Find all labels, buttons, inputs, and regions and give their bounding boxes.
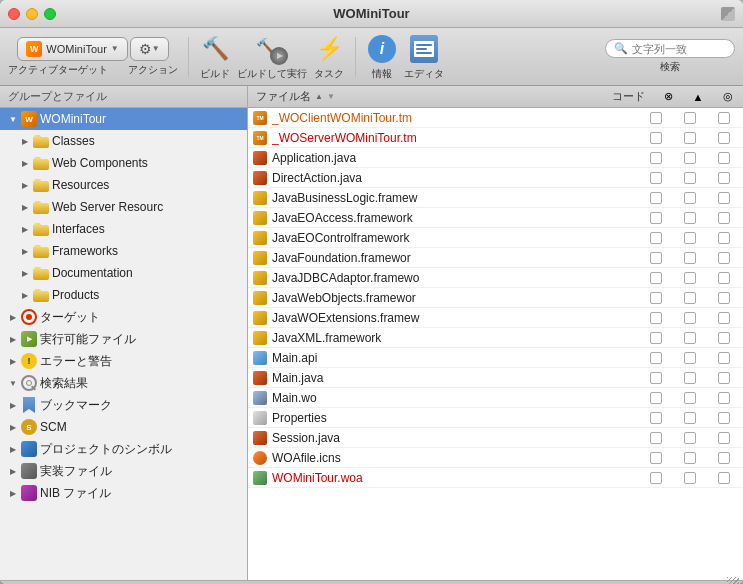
file-row[interactable]: WOAfile.icns	[248, 448, 743, 468]
sidebar-item-project-symbols[interactable]: ▶ プロジェクトのシンボル	[0, 438, 247, 460]
warn-checkbox[interactable]	[650, 212, 662, 224]
file-row[interactable]: JavaBusinessLogic.framew	[248, 188, 743, 208]
file-row[interactable]: Main.java	[248, 368, 743, 388]
err-checkbox[interactable]	[684, 472, 696, 484]
check-checkbox[interactable]	[718, 152, 730, 164]
warn-checkbox[interactable]	[650, 392, 662, 404]
warn-checkbox[interactable]	[650, 252, 662, 264]
file-row[interactable]: TM _WOServerWOMiniTour.tm	[248, 128, 743, 148]
file-row[interactable]: Main.api	[248, 348, 743, 368]
sidebar-item-errors[interactable]: ▶ ! エラーと警告	[0, 350, 247, 372]
check-checkbox[interactable]	[718, 232, 730, 244]
check-checkbox[interactable]	[718, 452, 730, 464]
err-checkbox[interactable]	[684, 192, 696, 204]
build-button[interactable]: 🔨 ビルド	[199, 33, 231, 81]
warn-checkbox[interactable]	[650, 472, 662, 484]
bottom-resize[interactable]	[0, 580, 743, 584]
sidebar-item-scm[interactable]: ▶ S SCM	[0, 416, 247, 438]
check-checkbox[interactable]	[718, 192, 730, 204]
warn-checkbox[interactable]	[650, 272, 662, 284]
check-checkbox[interactable]	[718, 412, 730, 424]
warn-checkbox[interactable]	[650, 232, 662, 244]
sidebar-item-targets[interactable]: ▶ ターゲット	[0, 306, 247, 328]
resize-button[interactable]	[721, 7, 735, 21]
warn-checkbox[interactable]	[650, 352, 662, 364]
err-checkbox[interactable]	[684, 452, 696, 464]
check-checkbox[interactable]	[718, 252, 730, 264]
sidebar-item-web-server[interactable]: ▶ Web Server Resourc	[0, 196, 247, 218]
err-checkbox[interactable]	[684, 152, 696, 164]
file-row[interactable]: Application.java	[248, 148, 743, 168]
sidebar-item-web-components[interactable]: ▶ Web Components	[0, 152, 247, 174]
build-run-button[interactable]: 🔨 ▶ ビルドして実行	[237, 33, 307, 81]
active-target-button[interactable]: W WOMiniTour ▼	[17, 37, 127, 61]
warn-checkbox[interactable]	[650, 292, 662, 304]
sidebar-item-documentation[interactable]: ▶ Documentation	[0, 262, 247, 284]
file-row[interactable]: Session.java	[248, 428, 743, 448]
close-button[interactable]	[8, 8, 20, 20]
check-checkbox[interactable]	[718, 372, 730, 384]
check-checkbox[interactable]	[718, 312, 730, 324]
file-row[interactable]: JavaWOExtensions.framew	[248, 308, 743, 328]
file-list[interactable]: TM _WOClientWOMiniTour.tm TM _WOServerWO…	[248, 108, 743, 580]
file-row[interactable]: JavaWebObjects.framewor	[248, 288, 743, 308]
file-row[interactable]: JavaXML.framework	[248, 328, 743, 348]
err-checkbox[interactable]	[684, 232, 696, 244]
sidebar-item-impl-files[interactable]: ▶ 実装ファイル	[0, 460, 247, 482]
task-button[interactable]: ⚡ タスク	[313, 33, 345, 81]
check-checkbox[interactable]	[718, 332, 730, 344]
warn-checkbox[interactable]	[650, 132, 662, 144]
check-checkbox[interactable]	[718, 272, 730, 284]
file-row[interactable]: Main.wo	[248, 388, 743, 408]
check-checkbox[interactable]	[718, 132, 730, 144]
warn-checkbox[interactable]	[650, 112, 662, 124]
info-button[interactable]: i 情報	[366, 33, 398, 81]
editor-button[interactable]: エディタ	[404, 33, 444, 81]
file-row[interactable]: JavaEOAccess.framework	[248, 208, 743, 228]
err-checkbox[interactable]	[684, 132, 696, 144]
check-checkbox[interactable]	[718, 392, 730, 404]
sidebar-scroll[interactable]: ▼ W WOMiniTour ▶ Classes	[0, 108, 247, 580]
warn-checkbox[interactable]	[650, 452, 662, 464]
warn-checkbox[interactable]	[650, 432, 662, 444]
sidebar-item-interfaces[interactable]: ▶ Interfaces	[0, 218, 247, 240]
err-checkbox[interactable]	[684, 432, 696, 444]
err-checkbox[interactable]	[684, 332, 696, 344]
sidebar-item-wominitour[interactable]: ▼ W WOMiniTour	[0, 108, 247, 130]
err-checkbox[interactable]	[684, 252, 696, 264]
err-checkbox[interactable]	[684, 212, 696, 224]
sidebar-item-nib-files[interactable]: ▶ NIB ファイル	[0, 482, 247, 504]
action-button[interactable]: ⚙ ▼	[130, 37, 169, 61]
check-checkbox[interactable]	[718, 472, 730, 484]
sidebar-item-search-results[interactable]: ▼ 検索結果	[0, 372, 247, 394]
warn-checkbox[interactable]	[650, 412, 662, 424]
err-checkbox[interactable]	[684, 172, 696, 184]
err-checkbox[interactable]	[684, 392, 696, 404]
file-row[interactable]: JavaFoundation.framewor	[248, 248, 743, 268]
warn-checkbox[interactable]	[650, 312, 662, 324]
check-checkbox[interactable]	[718, 212, 730, 224]
sidebar-item-bookmarks[interactable]: ▶ ブックマーク	[0, 394, 247, 416]
err-checkbox[interactable]	[684, 352, 696, 364]
err-checkbox[interactable]	[684, 112, 696, 124]
file-row[interactable]: WOMiniTour.woa	[248, 468, 743, 488]
sidebar-item-resources[interactable]: ▶ Resources	[0, 174, 247, 196]
sidebar-item-executables[interactable]: ▶ 実行可能ファイル	[0, 328, 247, 350]
maximize-button[interactable]	[44, 8, 56, 20]
check-checkbox[interactable]	[718, 112, 730, 124]
warn-checkbox[interactable]	[650, 152, 662, 164]
check-checkbox[interactable]	[718, 292, 730, 304]
sidebar-item-frameworks[interactable]: ▶ Frameworks	[0, 240, 247, 262]
file-row[interactable]: TM _WOClientWOMiniTour.tm	[248, 108, 743, 128]
err-checkbox[interactable]	[684, 292, 696, 304]
warn-checkbox[interactable]	[650, 192, 662, 204]
err-checkbox[interactable]	[684, 272, 696, 284]
file-row[interactable]: Properties	[248, 408, 743, 428]
check-checkbox[interactable]	[718, 352, 730, 364]
file-row[interactable]: JavaEOControlframework	[248, 228, 743, 248]
file-row[interactable]: JavaJDBCAdaptor.framewo	[248, 268, 743, 288]
check-checkbox[interactable]	[718, 432, 730, 444]
err-checkbox[interactable]	[684, 412, 696, 424]
sidebar-item-classes[interactable]: ▶ Classes	[0, 130, 247, 152]
err-checkbox[interactable]	[684, 372, 696, 384]
